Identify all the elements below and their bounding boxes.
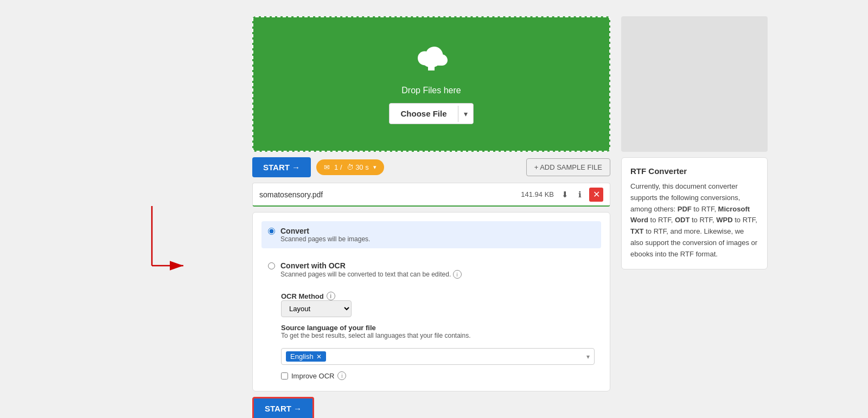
file-download-btn[interactable]: ⬇	[559, 188, 571, 202]
choose-file-button[interactable]: Choose File	[390, 104, 457, 124]
ocr-method-group: OCR Method i Layout	[281, 292, 595, 317]
convert-ocr-radio[interactable]	[268, 262, 275, 269]
drop-zone[interactable]: Drop Files here Choose File ▾	[252, 16, 610, 152]
source-lang-desc: To get the best results, select all lang…	[281, 332, 595, 339]
file-size: 141.94 KB	[521, 190, 554, 198]
improve-ocr-row: Improve OCR i	[281, 371, 595, 380]
language-tag-text: English	[290, 352, 314, 361]
options-panel: Convert Scanned pages will be images. Co…	[252, 212, 610, 391]
language-select-wrapper[interactable]: English ✕ ▾	[281, 348, 595, 365]
add-sample-button[interactable]: + ADD SAMPLE FILE	[526, 158, 610, 176]
right-panel: RTF Converter Currently, this document c…	[621, 16, 768, 418]
info-box-text: Currently, this document converter suppo…	[630, 181, 758, 260]
convert-option-text: Convert Scanned pages will be images.	[280, 227, 370, 243]
info-box-title: RTF Converter	[630, 166, 758, 176]
ocr-section: OCR Method i Layout Source language of y…	[261, 292, 601, 382]
improve-ocr-label: Improve OCR	[291, 372, 334, 380]
envelope-icon: ✉	[324, 163, 330, 171]
convert-ocr-desc: Scanned pages will be converted to text …	[280, 270, 462, 279]
time-estimate: ⏱ 30 s	[347, 163, 369, 171]
convert-ocr-option-row[interactable]: Convert with OCR Scanned pages will be c…	[261, 256, 601, 284]
convert-option-row[interactable]: Convert Scanned pages will be images.	[261, 221, 601, 248]
improve-ocr-checkbox[interactable]	[281, 372, 288, 380]
main-content: Drop Files here Choose File ▾ START → ✉ …	[252, 16, 610, 418]
file-name: somatosensory.pdf	[259, 190, 515, 199]
lang-dropdown-arrow[interactable]: ▾	[586, 353, 590, 361]
convert-ocr-label: Convert with OCR	[280, 261, 462, 270]
toolbar-row: START → ✉ 1 / ⏱ 30 s ▾ + ADD SAMPLE FILE	[252, 157, 610, 177]
preview-box	[621, 16, 768, 152]
toolbar-left: START → ✉ 1 / ⏱ 30 s ▾	[252, 157, 384, 177]
convert-label: Convert	[280, 227, 370, 235]
bottom-toolbar: START →	[252, 397, 610, 418]
ocr-method-info-icon[interactable]: i	[327, 292, 335, 300]
convert-desc: Scanned pages will be images.	[280, 235, 370, 243]
improve-ocr-info-icon[interactable]: i	[337, 371, 346, 380]
source-lang-label: Source language of your file	[281, 324, 595, 332]
choose-file-dropdown-btn[interactable]: ▾	[458, 104, 473, 124]
info-box: RTF Converter Currently, this document c…	[621, 157, 768, 269]
language-tag[interactable]: English ✕	[286, 351, 326, 362]
ocr-method-select[interactable]: Layout	[281, 300, 352, 317]
convert-ocr-text: Convert with OCR Scanned pages will be c…	[280, 261, 462, 279]
files-count: 1 /	[334, 163, 342, 171]
file-delete-btn[interactable]: ✕	[589, 188, 603, 202]
left-spacer	[100, 16, 241, 418]
upload-icon	[412, 44, 450, 78]
badge-chevron: ▾	[373, 164, 376, 171]
language-tag-remove[interactable]: ✕	[316, 353, 322, 361]
start-button-top[interactable]: START →	[252, 157, 311, 177]
files-badge[interactable]: ✉ 1 / ⏱ 30 s ▾	[316, 159, 384, 175]
file-info-btn[interactable]: ℹ	[576, 188, 584, 202]
ocr-desc-info-icon[interactable]: i	[453, 270, 462, 279]
source-lang-group: Source language of your file To get the …	[281, 324, 595, 365]
choose-file-wrapper[interactable]: Choose File ▾	[389, 103, 473, 124]
ocr-method-label: OCR Method i	[281, 292, 595, 300]
start-button-bottom[interactable]: START →	[252, 397, 314, 418]
drop-text: Drop Files here	[401, 86, 461, 95]
convert-radio[interactable]	[268, 228, 275, 235]
file-row: somatosensory.pdf 141.94 KB ⬇ ℹ ✕	[252, 183, 610, 207]
